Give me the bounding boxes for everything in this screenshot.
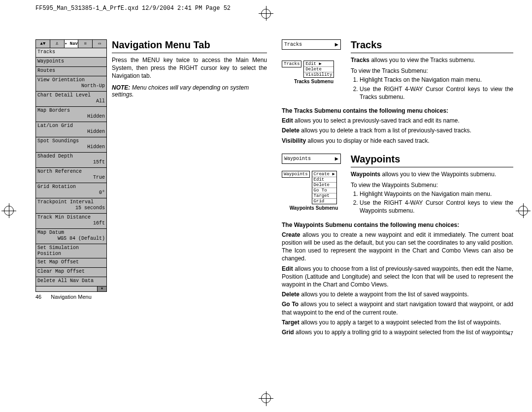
tracks-edit-desc: Edit allows you to select a previously-s… xyxy=(282,117,513,125)
page-number-right: 47 xyxy=(507,330,513,336)
nav-menu-item: Lat/Lon GridHidden xyxy=(35,122,107,137)
submenu-option: Delete xyxy=(312,183,336,188)
nav-menu-caption: Navigation Menu xyxy=(35,294,107,300)
right-arrow-icon: ▶ xyxy=(335,155,338,162)
nav-menu-item: North ReferenceTrue xyxy=(35,168,107,183)
nav-menu-item: Grid Rotation0° xyxy=(35,183,107,198)
waypoints-intro: Waypoints allows you to view the Waypoin… xyxy=(351,170,513,178)
step-item: Use the RIGHT 4-WAY Cursor Control keys … xyxy=(360,85,513,101)
submenu-option: Visibility xyxy=(304,72,333,77)
page-46: ▲▼⚓✦ Nav≡▭ TracksWaypointsRoutesView Ori… xyxy=(35,39,267,300)
submenu-option: Delete xyxy=(304,67,333,72)
waypoints-grid-desc: Grid allows you to apply a trolling grid… xyxy=(282,328,513,336)
nav-tab: ≡ xyxy=(78,40,93,48)
nav-menu-item: Clear Map Offset xyxy=(35,268,107,277)
nav-menu-item: Routes xyxy=(35,67,107,76)
waypoints-create-desc: Create allows you to create a new waypoi… xyxy=(282,231,513,263)
waypoints-delete-desc: Delete allows you to delete a waypoint f… xyxy=(282,290,513,298)
waypoints-steps: Highlight Waypoints on the Navigation ma… xyxy=(360,190,513,215)
nav-menu-item: Set Simulation Position xyxy=(35,244,107,258)
step-item: Highlight Waypoints on the Navigation ma… xyxy=(360,190,513,198)
step-item: Use the RIGHT 4-WAY Cursor Control keys … xyxy=(360,199,513,215)
crop-mark-top xyxy=(266,0,266,25)
tracks-heading: Tracks xyxy=(351,39,513,51)
page-number-left: 46 xyxy=(35,294,41,300)
waypoints-heading: Waypoints xyxy=(351,154,513,165)
tracks-submenu-screenshot: Tracks Edit ▶DeleteVisibility xyxy=(282,61,346,78)
submenu-option: Create ▶ xyxy=(312,171,336,177)
nav-menu-item: Delete All Nav Data xyxy=(35,277,107,286)
submenu-option: Go To xyxy=(312,188,336,193)
tracks-intro: Tracks allows you to view the Tracks sub… xyxy=(351,56,513,64)
tracks-delete-desc: Delete allows you to delete a track from… xyxy=(282,127,513,134)
waypoints-submenu-screenshot: Waypoints Create ▶EditDeleteGo ToTargetG… xyxy=(282,171,346,204)
page-47: Tracks▶ Tracks Edit ▶DeleteVisibility Tr… xyxy=(282,39,513,336)
submenu-option: Edit xyxy=(312,177,336,183)
waypoints-choices-heading: The Waypoints Submenu contains the follo… xyxy=(282,221,513,229)
waypoints-goto-desc: Go To allows you to select a waypoint an… xyxy=(282,300,513,316)
tracks-box: Tracks▶ xyxy=(282,39,341,50)
crop-mark-right xyxy=(518,206,528,216)
nav-tab: ⚓ xyxy=(50,40,65,48)
nav-tab: ✦ Nav xyxy=(65,40,79,48)
nav-menu-item: Track Min Distance16ft xyxy=(35,214,107,229)
nav-menu-item: Tracks xyxy=(35,48,107,58)
tracks-steps: Highlight Tracks on the Navigation main … xyxy=(360,76,513,101)
nav-tab: ▲▼ xyxy=(36,40,50,48)
nav-menu-item: Set Map Offset xyxy=(35,258,107,268)
nav-menu-item: Waypoints xyxy=(35,58,107,67)
nav-tab: ▭ xyxy=(93,40,106,48)
crop-mark-left xyxy=(4,206,14,216)
waypoints-submenu-caption: Waypoints Submenu xyxy=(282,205,346,211)
tracks-submenu-caption: Tracks Submenu xyxy=(282,79,346,84)
nav-menu-item: Map DatumWGS 84 (Default) xyxy=(35,229,107,244)
tracks-visibility-desc: Visibility allows you to display or hide… xyxy=(282,137,513,145)
crop-mark-bottom xyxy=(266,387,266,412)
step-item: Highlight Tracks on the Navigation main … xyxy=(360,76,513,84)
scroll-down-icon: ▾ xyxy=(97,286,106,291)
file-header: FF595_Man_531385-1_A_PrfE.qxd 12/9/2004 … xyxy=(35,5,231,12)
nav-menu-item: Map BordersHidden xyxy=(35,107,107,122)
waypoints-target-desc: Target allows you to apply a target to a… xyxy=(282,318,513,326)
nav-menu-item: Spot SoundingsHidden xyxy=(35,137,107,153)
nav-menu-item: Shaded Depth15ft xyxy=(35,153,107,168)
submenu-option: Target xyxy=(312,193,336,199)
right-arrow-icon: ▶ xyxy=(335,41,338,48)
tracks-choices-heading: The Tracks Submenu contains the followin… xyxy=(282,107,513,115)
waypoints-toview: To view the Waypoints Submenu: xyxy=(351,181,513,189)
tracks-toview: To view the Tracks Submenu: xyxy=(351,67,513,75)
nav-menu-tab-note: NOTE: Menu choices will vary depending o… xyxy=(112,84,267,98)
navigation-menu-screenshot: ▲▼⚓✦ Nav≡▭ TracksWaypointsRoutesView Ori… xyxy=(35,39,107,292)
submenu-option: Grid xyxy=(312,199,336,204)
nav-menu-item: Trackpoint Interval15 seconds xyxy=(35,198,107,214)
nav-menu-tab-intro: Press the MENU key twice to access the M… xyxy=(112,56,267,80)
waypoints-box: Waypoints▶ xyxy=(282,154,341,164)
waypoints-edit-desc: Edit allows you to choose from a list of… xyxy=(282,265,513,289)
nav-menu-item: View OrientationNorth-Up xyxy=(35,76,107,92)
submenu-option: Edit ▶ xyxy=(304,61,333,67)
nav-menu-tab-heading: Navigation Menu Tab xyxy=(112,39,267,51)
nav-menu-item: Chart Detail LevelAll xyxy=(35,92,107,107)
